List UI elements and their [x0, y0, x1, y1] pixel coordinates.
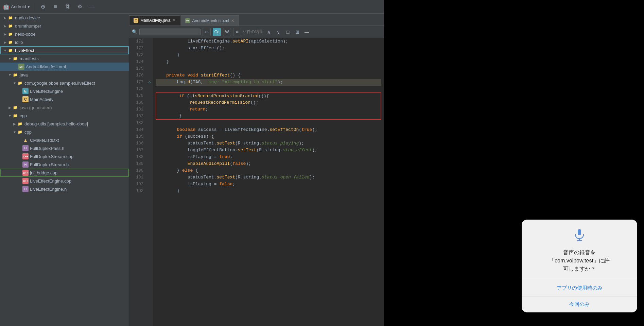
sidebar-item-label: FullDuplexStream.cpp [30, 154, 73, 159]
sidebar-item-com-google[interactable]: ▼ 📁 com.google.oboe.samples.liveEffect [0, 79, 129, 87]
sidebar-item-label: jni_bridge.cpp [30, 170, 57, 175]
gutter-cell-177: ◇ [146, 79, 153, 86]
code-token: d [188, 79, 190, 86]
sidebar-item-fullduplexpass-h[interactable]: H FullDuplexPass.h [0, 144, 129, 152]
search-undo-button[interactable]: ↩ [203, 28, 211, 36]
code-content[interactable]: LiveEffectEngine.setAPI(apiSelection); s… [153, 38, 384, 326]
search-text-input[interactable] [139, 29, 201, 35]
sidebar-item-liveeffectengine-cpp[interactable]: C++ LiveEffectEngine.cpp [0, 177, 129, 185]
code-line-178 [156, 86, 381, 92]
code-line-183 [156, 120, 381, 126]
code-token: true [301, 126, 312, 133]
toolbar-project-label: Android [11, 4, 26, 9]
gutter-cell-189 [146, 160, 153, 167]
sidebar-item-liveeffect[interactable]: ▼ 📁 LiveEffect [0, 46, 129, 54]
tab-mainactivity[interactable]: C MainActivity.java ✕ [129, 15, 180, 25]
search-prev-button[interactable]: ∧ [265, 28, 273, 36]
code-token: ); [312, 147, 317, 154]
sidebar-item-label: AndroidManifest.xml [26, 64, 66, 69]
code-line-192: isPlaying = false; [156, 181, 381, 188]
search-case-button[interactable]: Cc [213, 28, 221, 36]
code-token [156, 160, 188, 167]
mic-svg-icon [573, 228, 586, 241]
code-token: ; [205, 106, 208, 113]
code-token: setText [216, 140, 235, 147]
sidebar-item-label: FullDuplexStream.h [30, 162, 69, 167]
tab-close-icon[interactable]: ✕ [172, 18, 176, 23]
folder-icon: 📁 [12, 72, 18, 78]
search-options-button[interactable]: ⊞ [294, 28, 301, 36]
sidebar-item-liveeffectengine-h[interactable]: H LiveEffectEngine.h [0, 185, 129, 193]
sidebar-item-debug-utils[interactable]: ▶ 📁 debug-utils [samples.hello-oboe] [0, 120, 129, 128]
sidebar-item-audio-device[interactable]: ▶ 📁 audio-device [0, 14, 129, 22]
toolbar-add-button[interactable]: ⊕ [38, 2, 48, 12]
code-token: } [156, 167, 182, 174]
dialog-title-line3: 可しますか？ [563, 266, 596, 272]
code-line-179: if (!isRecordPermissionGranted()){ [156, 92, 381, 99]
gutter-cell-178 [146, 86, 153, 92]
sidebar-item-mainactivity[interactable]: C MainActivity [0, 95, 129, 103]
sidebar-item-cpp-root[interactable]: ▼ 📁 cpp [0, 111, 129, 120]
sidebar-item-liveeffectengine[interactable]: E LiveEffectEngine [0, 87, 129, 95]
gutter-cell-175 [146, 65, 153, 72]
folder-icon: 📁 [7, 23, 14, 29]
code-token [158, 99, 190, 106]
code-token: startEffect(); [156, 45, 225, 52]
dialog-app-use-only-button[interactable]: アプリの使用時のみ [522, 280, 637, 296]
code-token: (apiSelection); [248, 38, 288, 45]
code-line-182: } [156, 113, 381, 120]
sidebar-item-cmakelists[interactable]: ▲ CMakeLists.txt [0, 136, 129, 144]
code-line-174: } [156, 58, 381, 65]
dialog-buttons: アプリの使用時のみ 今回のみ [522, 280, 637, 312]
code-token [158, 93, 179, 100]
sidebar-item-iolib[interactable]: ▶ 📁 iolib [0, 38, 129, 46]
dialog-title: 音声の録音を 「com.voibow.test」に許 可しますか？ [528, 248, 630, 273]
toolbar-android-section: 🤖 Android ▾ [3, 3, 30, 10]
toolbar-list-button[interactable]: ≡ [51, 2, 60, 12]
sidebar-item-drumthumper[interactable]: ▶ 📁 drumthumper [0, 22, 129, 30]
line-num-192: 192 [132, 181, 143, 188]
sidebar-item-label: java [20, 72, 28, 78]
search-word-button[interactable]: W [223, 28, 231, 36]
sidebar-item-jni-bridge[interactable]: C++ jni_bridge.cpp [0, 169, 129, 177]
gutter-cell-188 [146, 154, 153, 160]
sidebar-item-fullduplexstream-h[interactable]: H FullDuplexStream.h [0, 160, 129, 169]
tab-close-icon[interactable]: ✕ [231, 18, 234, 23]
gutter-cell-184 [146, 126, 153, 133]
arrow-icon: ▼ [12, 81, 17, 85]
toolbar-sort-button[interactable]: ⇅ [63, 2, 72, 12]
sidebar-item-hello-oboe[interactable]: ▶ 📁 hello-oboe [0, 30, 129, 38]
sidebar-item-fullduplexstream-cpp[interactable]: C++ FullDuplexStream.cpp [0, 152, 129, 160]
sidebar-item-manifests[interactable]: ▼ 📁 manifests [0, 54, 129, 63]
toolbar-settings-button[interactable]: ⚙ [75, 2, 85, 12]
gutter: ◇ [146, 38, 153, 326]
code-token: (R.string. [235, 174, 262, 181]
dialog-once-only-button[interactable]: 今回のみ [522, 296, 637, 312]
search-regex-button[interactable]: ∗ [233, 28, 241, 36]
sidebar-item-java-generated[interactable]: ▶ 📁 java (generated) [0, 103, 129, 111]
search-next-button[interactable]: ∨ [275, 28, 282, 36]
sidebar-item-androidmanifest[interactable]: MF AndroidManifest.xml [0, 63, 129, 71]
cpp-icon: C++ [22, 153, 29, 159]
search-expand-button[interactable]: □ [284, 28, 292, 36]
dialog-mic-icon [528, 228, 630, 244]
tab-androidmanifest[interactable]: MF AndroidManifest.xml ✕ [181, 15, 239, 25]
code-token: if [177, 133, 182, 140]
sidebar-item-cpp-inner[interactable]: ▼ 📁 cpp [0, 128, 129, 136]
sidebar-item-java[interactable]: ▼ 📁 java [0, 71, 129, 79]
gutter-cell-193 [146, 188, 153, 194]
code-token: ()){ [258, 93, 269, 100]
line-num-185: 185 [132, 133, 143, 140]
code-line-189: EnableAudioApiUI(false); [156, 160, 381, 167]
gutter-cell-182 [146, 113, 153, 120]
gutter-cell-187 [146, 147, 153, 154]
gutter-cell-179 [146, 92, 153, 99]
code-token: isPlaying = [156, 154, 219, 160]
code-token: (); [250, 99, 258, 106]
toolbar-dropdown-arrow[interactable]: ▾ [28, 4, 30, 9]
search-close-button[interactable]: — [303, 28, 311, 36]
toolbar-minimize-button[interactable]: — [87, 2, 97, 12]
line-numbers: 171 172 173 174 175 176 177 178 179 180 … [129, 38, 146, 326]
line-num-178: 178 [132, 86, 143, 92]
code-token: boolean [177, 126, 195, 133]
